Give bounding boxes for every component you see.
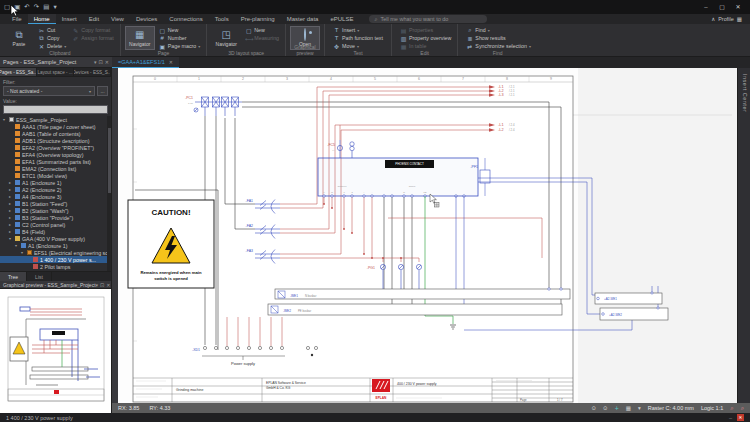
tree-item[interactable]: ▸ B1 (Station "Feed") bbox=[0, 200, 111, 207]
tree-item[interactable]: ▾ EFS1 (Electrical engineering sc... bbox=[0, 249, 111, 256]
tree-expand-icon[interactable]: ▸ bbox=[9, 194, 13, 199]
busbar-we2[interactable]: -WE2 PE busbar bbox=[268, 304, 562, 315]
grid-icon[interactable]: ▦ bbox=[626, 405, 631, 411]
tree-list-tab[interactable]: List bbox=[27, 272, 52, 281]
document-tab[interactable]: =GAA+A1&EFS1/1 ✕ bbox=[112, 57, 179, 68]
schematic-editor-canvas[interactable]: 01 23 45 67 89 bbox=[112, 68, 737, 403]
ribbon-tab[interactable]: Devices bbox=[130, 14, 163, 24]
tree-item[interactable]: 2 Pilot lamps bbox=[0, 263, 111, 270]
tree-item[interactable]: ADB1 (Structure description) bbox=[0, 137, 111, 144]
layout-navigator-button[interactable]: ◳ Navigator bbox=[211, 26, 241, 50]
tree-item[interactable]: ▸ A2 (Enclosure 2) bbox=[0, 186, 111, 193]
minimize-button[interactable]: – bbox=[698, 0, 714, 14]
ribbon-button[interactable]: ▢New bbox=[243, 26, 281, 34]
tree-item[interactable]: ▸ A4 (Enclosure 3) bbox=[0, 193, 111, 200]
tree-item[interactable]: EMA2 (Connection list) bbox=[0, 165, 111, 172]
ribbon-tab[interactable]: Home bbox=[28, 14, 56, 24]
ribbon-tab[interactable]: Edit bbox=[83, 14, 105, 24]
collapse-icon[interactable]: – bbox=[729, 415, 732, 421]
qat-icon[interactable]: ▤ bbox=[43, 3, 49, 11]
tree-expand-icon[interactable]: ▸ bbox=[9, 222, 13, 227]
tree-item[interactable]: ▸ C2 (Control panel) bbox=[0, 221, 111, 228]
tell-me-search[interactable]: ⌕ Tell me what you want to do bbox=[369, 15, 487, 23]
tree-expand-icon[interactable]: ▸ bbox=[9, 229, 13, 234]
busbar-we1[interactable]: -WE1 N busbar bbox=[275, 288, 570, 299]
ribbon-tab[interactable]: View bbox=[105, 14, 130, 24]
tree-item[interactable]: EFA2 (Overview "PROFINET") bbox=[0, 144, 111, 151]
ribbon-button[interactable]: ⧉Copy bbox=[36, 34, 68, 42]
dock-tab[interactable]: Devices - ESS_S... bbox=[74, 68, 111, 76]
tree-expand-icon[interactable]: ▸ bbox=[9, 215, 13, 220]
value-input[interactable] bbox=[3, 105, 108, 114]
ribbon-button[interactable]: ⟷Measuring bbox=[243, 34, 281, 42]
ribbon-button[interactable]: #Number bbox=[157, 34, 203, 42]
ribbon-button[interactable]: ▥Property overview bbox=[398, 34, 453, 42]
filter-select[interactable]: - Not activated - ▾ bbox=[3, 86, 95, 96]
tree-item[interactable]: EFA1 (Summarized parts list) bbox=[0, 158, 111, 165]
ribbon-button[interactable]: ▢New bbox=[157, 26, 203, 34]
ribbon-button[interactable]: ▤Properties bbox=[398, 26, 453, 34]
qat-icon[interactable]: ↷ bbox=[34, 3, 39, 11]
tab-close-icon[interactable]: ✕ bbox=[169, 59, 173, 65]
tree-scrollbar[interactable] bbox=[107, 116, 111, 271]
notification-icon[interactable]: ✕ bbox=[737, 414, 744, 421]
ribbon-tab[interactable]: Pre-planning bbox=[235, 14, 281, 24]
tree-item[interactable]: ▾ ESS_Sample_Project bbox=[0, 116, 111, 123]
tree-expand-icon[interactable]: ▾ bbox=[15, 243, 19, 248]
tree-expand-icon[interactable]: ▾ bbox=[21, 250, 25, 255]
panel-close-icon[interactable]: ✕ bbox=[105, 59, 109, 65]
ribbon-tab[interactable]: Connections bbox=[163, 14, 208, 24]
ribbon-tab[interactable]: Master data bbox=[281, 14, 325, 24]
qat-icon[interactable]: ▾ bbox=[53, 3, 56, 11]
zoom-out-icon[interactable]: ⌕ bbox=[741, 405, 744, 412]
power-supply-box[interactable]: PHOENIX CONTACT LN12 +-NPE OUTPUTINPUT bbox=[318, 158, 478, 197]
ribbon-tab[interactable]: Insert bbox=[56, 14, 83, 24]
grid-dropdown-icon[interactable]: ▾ bbox=[638, 405, 641, 411]
ribbon-button[interactable]: ✎Copy format bbox=[70, 26, 115, 34]
tree-expand-icon[interactable]: ▸ bbox=[9, 180, 13, 185]
paste-button[interactable]: ⧉ Paste bbox=[4, 26, 34, 50]
tree-item[interactable]: ▸ A1 (Enclosure 1) bbox=[0, 179, 111, 186]
right-box-2[interactable]: +A2-WE2 bbox=[600, 307, 668, 320]
tree-expand-icon[interactable]: ▾ bbox=[9, 236, 13, 241]
tree-item[interactable]: ETC1 (Model view) bbox=[0, 172, 111, 179]
ribbon-button[interactable]: ✂Cut bbox=[36, 26, 68, 34]
tree-item[interactable]: EFA4 (Overview topology) bbox=[0, 151, 111, 158]
dock-tab[interactable]: Layout space - ... bbox=[37, 68, 74, 76]
panel-float-icon[interactable]: ⊡ bbox=[100, 282, 104, 288]
right-box-1[interactable]: +A2-WE1 bbox=[595, 292, 662, 304]
ribbon-tab[interactable]: Tools bbox=[209, 14, 235, 24]
qat-icon[interactable]: ↶ bbox=[24, 3, 29, 11]
profile-menu[interactable]: ∧ Profile ▦ bbox=[711, 14, 750, 24]
tree-expand-icon[interactable]: ▸ bbox=[9, 201, 13, 206]
ribbon-button[interactable]: ✐Assign format bbox=[70, 34, 115, 42]
ribbon-button[interactable]: TPath function text bbox=[331, 34, 387, 42]
tree-item[interactable]: ▸ B2 (Station "Wash") bbox=[0, 207, 111, 214]
insert-center-tab[interactable]: Insert Center bbox=[737, 68, 750, 403]
page-navigator-button[interactable]: ▦ Navigator bbox=[125, 26, 155, 50]
ribbon-button[interactable]: TInsert▾ bbox=[331, 26, 387, 34]
tree-item[interactable]: ▸ B4 (Field) bbox=[0, 228, 111, 235]
tree-expand-icon[interactable]: ▸ bbox=[9, 208, 13, 213]
panel-menu-icon[interactable]: ▾ bbox=[96, 282, 99, 288]
tree-item[interactable]: AAB1 (Table of contents) bbox=[0, 130, 111, 137]
maximize-button[interactable]: ▢ bbox=[714, 0, 730, 14]
tree-item[interactable]: ▸ B3 (Station "Provide") bbox=[0, 214, 111, 221]
caution-box[interactable]: CAUTION! Remains energized when main swi… bbox=[128, 200, 214, 288]
preview-thumbnail[interactable] bbox=[0, 289, 111, 413]
panel-float-icon[interactable]: ⊡ bbox=[99, 59, 103, 65]
tree-item[interactable]: AAA1 (Title page / cover sheet) bbox=[0, 123, 111, 130]
tree-item[interactable]: ▾ GAA (400 V Power supply) bbox=[0, 235, 111, 242]
tree-item[interactable]: 1 400 / 230 V power s... bbox=[0, 256, 111, 263]
tree-list-tab[interactable]: Tree bbox=[0, 272, 27, 281]
ribbon-button[interactable]: ⌕Find▾ bbox=[464, 26, 533, 34]
panel-menu-icon[interactable]: ▾ bbox=[94, 59, 97, 65]
crosshair-icon[interactable]: + bbox=[615, 405, 619, 412]
zoom-in-icon[interactable]: ⌕ bbox=[730, 405, 733, 412]
filter-browse-button[interactable]: ... bbox=[97, 86, 108, 96]
tree-item[interactable]: ▾ A1 (Enclosure 1) bbox=[0, 242, 111, 249]
snap-icon[interactable]: ⊙ bbox=[591, 405, 596, 411]
ribbon-button[interactable]: ≣Show results bbox=[464, 34, 533, 42]
close-button[interactable]: ✕ bbox=[730, 0, 746, 14]
dock-tab[interactable]: Pages - ESS_Sa... bbox=[0, 68, 37, 76]
